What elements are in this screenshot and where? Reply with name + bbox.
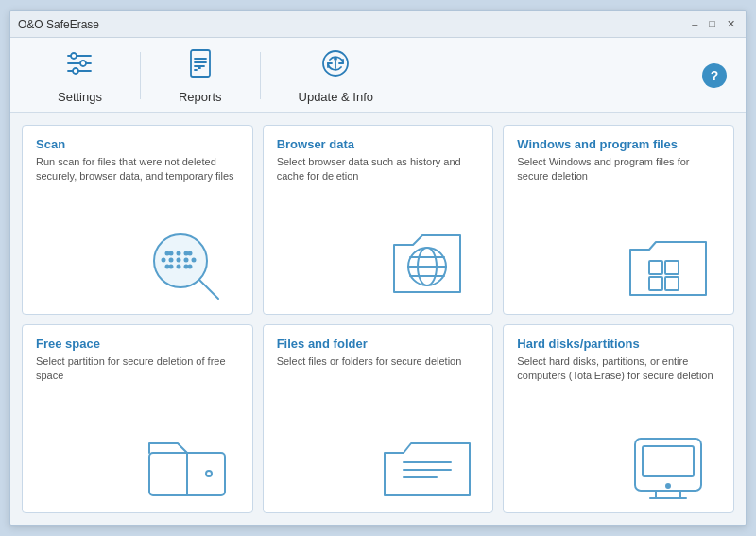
scan-card[interactable]: Scan Run scan for files that were not de… — [22, 125, 253, 315]
svg-point-53 — [666, 484, 670, 488]
scan-title: Scan — [36, 137, 239, 151]
hard-disks-card[interactable]: Hard disks/partitions Select hard disks,… — [503, 324, 734, 514]
svg-point-22 — [177, 258, 180, 261]
settings-toolbar-item[interactable]: Settings — [29, 39, 130, 112]
maximize-button[interactable]: □ — [706, 18, 718, 30]
free-space-title: Free space — [36, 337, 239, 351]
svg-point-27 — [162, 258, 164, 261]
svg-point-18 — [169, 251, 172, 254]
main-window: O&O SafeErase – □ ✕ Settings — [9, 10, 747, 526]
scan-desc: Run scan for files that were not deleted… — [36, 155, 239, 184]
windows-programs-card[interactable]: Windows and program files Select Windows… — [503, 125, 734, 315]
update-icon — [318, 46, 352, 84]
windows-programs-desc: Select Windows and program files for sec… — [517, 155, 720, 184]
svg-point-25 — [177, 265, 180, 268]
svg-point-28 — [192, 258, 195, 261]
svg-point-32 — [188, 265, 191, 268]
minimize-button[interactable]: – — [689, 18, 700, 30]
window-title: O&O SafeErase — [18, 18, 99, 31]
settings-icon — [62, 46, 96, 84]
svg-rect-38 — [649, 261, 662, 274]
free-space-desc: Select partition for secure deletion of … — [36, 354, 239, 384]
svg-point-3 — [71, 53, 77, 59]
free-space-card[interactable]: Free space Select partition for secure d… — [22, 324, 253, 514]
reports-label: Reports — [179, 90, 222, 104]
scan-icon-area — [36, 184, 239, 306]
toolbar-separator-2 — [260, 52, 261, 99]
svg-point-5 — [73, 68, 78, 74]
close-button[interactable]: ✕ — [724, 18, 738, 30]
svg-point-24 — [169, 265, 172, 268]
svg-line-17 — [199, 280, 218, 299]
main-grid: Scan Run scan for files that were not de… — [10, 113, 746, 525]
svg-rect-39 — [665, 261, 679, 274]
svg-rect-40 — [649, 277, 662, 290]
svg-point-23 — [184, 258, 187, 261]
svg-point-21 — [169, 258, 172, 261]
files-folder-icon — [375, 420, 479, 505]
scan-icon — [135, 221, 239, 306]
svg-point-31 — [165, 265, 168, 268]
windows-programs-icon — [616, 221, 720, 306]
free-space-icon-area — [36, 383, 239, 505]
reports-icon — [183, 46, 217, 84]
free-space-icon — [135, 420, 239, 505]
svg-point-14 — [335, 58, 336, 60]
window-controls: – □ ✕ — [689, 18, 738, 30]
hard-disks-icon — [616, 420, 720, 505]
browser-data-card[interactable]: Browser data Select browser data such as… — [263, 125, 494, 315]
svg-rect-41 — [665, 277, 679, 290]
svg-point-30 — [188, 251, 191, 254]
svg-point-19 — [177, 251, 180, 254]
windows-programs-title: Windows and program files — [517, 137, 720, 151]
files-folder-title: Files and folder — [277, 337, 480, 351]
svg-point-20 — [184, 251, 187, 254]
browser-data-icon — [375, 221, 479, 306]
browser-data-desc: Select browser data such as history and … — [277, 155, 480, 184]
update-toolbar-item[interactable]: Update & Info — [270, 39, 403, 112]
toolbar-separator-1 — [140, 52, 141, 99]
toolbar: Settings Reports — [10, 38, 746, 113]
hard-disks-icon-area — [517, 383, 720, 505]
files-folder-icon-area — [277, 369, 480, 505]
reports-toolbar-item[interactable]: Reports — [150, 39, 250, 112]
titlebar: O&O SafeErase – □ ✕ — [10, 11, 746, 38]
files-folder-card[interactable]: Files and folder Select files or folders… — [263, 324, 494, 514]
settings-label: Settings — [58, 90, 102, 104]
update-label: Update & Info — [299, 90, 374, 104]
svg-rect-6 — [191, 50, 210, 77]
browser-data-icon-area — [277, 184, 480, 306]
svg-point-43 — [206, 471, 212, 476]
svg-point-29 — [165, 251, 168, 254]
svg-rect-49 — [643, 446, 694, 476]
svg-point-26 — [184, 265, 187, 268]
windows-programs-icon-area — [517, 184, 720, 306]
browser-data-title: Browser data — [277, 137, 480, 151]
files-folder-desc: Select files or folders for secure delet… — [277, 354, 480, 369]
hard-disks-title: Hard disks/partitions — [517, 337, 720, 351]
help-button[interactable]: ? — [702, 63, 727, 88]
svg-point-4 — [80, 61, 86, 66]
hard-disks-desc: Select hard disks, partitions, or entire… — [517, 354, 720, 384]
